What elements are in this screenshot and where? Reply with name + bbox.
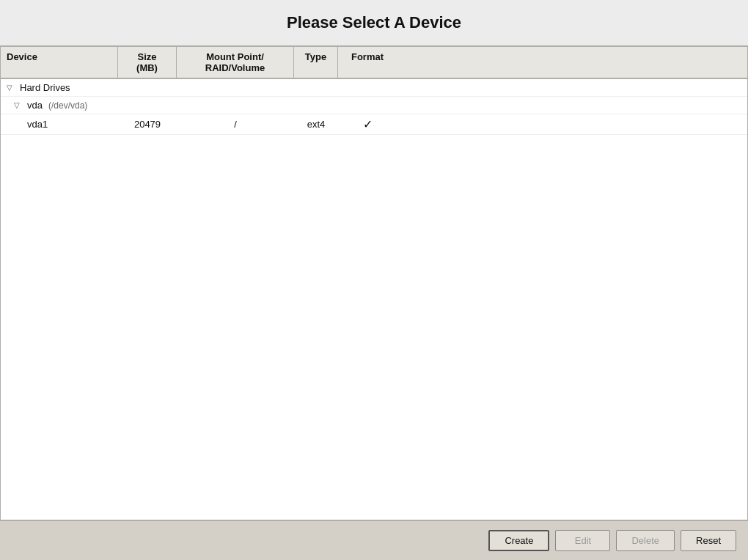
col-device: Device (1, 47, 118, 78)
drive-row-vda[interactable]: ▽ vda (/dev/vda) (1, 97, 747, 114)
partition-size-vda1: 20479 (118, 116, 177, 133)
device-table-panel: Device Size(MB) Mount Point/RAID/Volume … (0, 46, 748, 520)
reset-button[interactable]: Reset (681, 530, 736, 551)
col-mount: Mount Point/RAID/Volume (177, 47, 294, 78)
table-body: ▽ Hard Drives ▽ vda (/dev/vda) vda1 (1, 79, 747, 520)
col-format: Format (338, 47, 397, 78)
col-size: Size(MB) (118, 47, 177, 78)
group-row-hard-drives[interactable]: ▽ Hard Drives (1, 79, 747, 97)
group-label: Hard Drives (20, 82, 70, 93)
bottom-bar: Create Edit Delete Reset (0, 520, 748, 560)
drive-expand-icon[interactable]: ▽ (14, 101, 24, 109)
col-type: Type (294, 47, 338, 78)
partition-name-vda1: vda1 (1, 116, 118, 133)
group-expand-icon[interactable]: ▽ (7, 84, 17, 92)
table-row[interactable]: vda1 20479 / ext4 ✓ (1, 114, 747, 135)
group-label-hard-drives: ▽ Hard Drives (1, 79, 118, 96)
page-title: Please Select A Device (15, 13, 733, 32)
partition-format-vda1: ✓ (338, 114, 397, 134)
delete-button[interactable]: Delete (616, 530, 675, 551)
table-header: Device Size(MB) Mount Point/RAID/Volume … (1, 47, 747, 79)
title-bar: Please Select A Device (0, 0, 748, 46)
drive-label-vda: ▽ vda (/dev/vda) (1, 97, 118, 114)
partition-mount-vda1: / (177, 116, 294, 133)
partition-type-vda1: ext4 (294, 116, 338, 133)
create-button[interactable]: Create (488, 530, 549, 551)
edit-button[interactable]: Edit (555, 530, 610, 551)
